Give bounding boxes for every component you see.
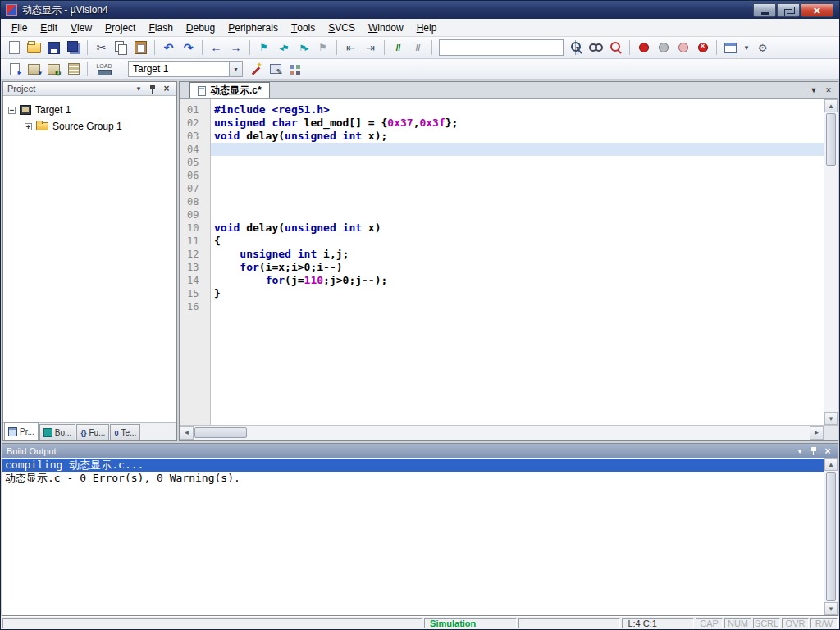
manage-components-icon[interactable]: [285, 60, 304, 78]
redo-icon[interactable]: [179, 39, 198, 57]
code-line[interactable]: #include <reg51.h>: [211, 103, 824, 116]
panel-close-icon[interactable]: [161, 84, 172, 94]
undo-icon[interactable]: [159, 39, 178, 57]
tab-list-dropdown-icon[interactable]: ▼: [808, 84, 819, 96]
previous-bookmark-icon[interactable]: [274, 39, 293, 57]
scroll-right-icon[interactable]: ►: [810, 426, 824, 440]
pin-icon[interactable]: [147, 84, 158, 94]
tree-item-source-group[interactable]: Source Group 1: [3, 118, 176, 135]
indent-icon[interactable]: [361, 39, 380, 57]
clear-bookmarks-icon[interactable]: [313, 39, 332, 57]
navigate-back-icon[interactable]: [207, 39, 226, 57]
menu-window[interactable]: Window: [362, 19, 410, 36]
options-for-target-icon[interactable]: [246, 60, 265, 78]
translate-file-icon[interactable]: [5, 60, 24, 78]
code-line[interactable]: for(i=x;i>0;i--): [211, 261, 824, 274]
code-line[interactable]: void delay(unsigned int x): [211, 221, 824, 235]
scrollbar-track[interactable]: [824, 167, 838, 412]
code-line[interactable]: void delay(unsigned int x);: [211, 130, 824, 143]
collapse-expander-icon[interactable]: [8, 107, 16, 114]
toggle-bookmark-icon[interactable]: [254, 39, 273, 57]
code-line[interactable]: [211, 182, 824, 195]
pin-icon[interactable]: [808, 445, 819, 456]
open-file-icon[interactable]: [25, 39, 43, 57]
enable-disable-breakpoint-icon[interactable]: [654, 39, 673, 57]
find-in-files-icon[interactable]: [567, 39, 586, 57]
find-icon[interactable]: [606, 39, 625, 57]
tab-templates[interactable]: Te...: [110, 424, 140, 440]
save-icon[interactable]: [44, 39, 63, 57]
comment-icon[interactable]: [389, 39, 408, 57]
window-layout-dropdown-icon[interactable]: [741, 39, 752, 57]
window-layout-icon[interactable]: [721, 39, 740, 57]
code-line[interactable]: unsigned char led_mod[] = {0x37,0x3f};: [211, 116, 824, 130]
code-line[interactable]: {: [211, 235, 824, 248]
expand-expander-icon[interactable]: [25, 123, 32, 130]
tree-item-target[interactable]: Target 1: [3, 102, 176, 118]
menu-file[interactable]: File: [5, 19, 34, 36]
next-bookmark-icon[interactable]: [294, 39, 313, 57]
outdent-icon[interactable]: [341, 39, 360, 57]
scroll-up-icon[interactable]: ▲: [824, 458, 838, 471]
build-output-line[interactable]: 动态显示.c - 0 Error(s), 0 Warning(s).: [2, 472, 824, 485]
save-all-icon[interactable]: [64, 39, 83, 57]
scrollbar-track[interactable]: [248, 426, 810, 440]
build-output-scrollbar[interactable]: ▲ ▼: [824, 458, 838, 615]
scrollbar-thumb[interactable]: [826, 472, 836, 601]
new-file-icon[interactable]: [5, 39, 24, 57]
search-input[interactable]: [440, 42, 575, 53]
build-output-line[interactable]: compiling 动态显示.c...: [2, 459, 824, 472]
uncomment-icon[interactable]: [409, 39, 427, 57]
tab-project[interactable]: Pr...: [4, 422, 39, 440]
menu-peripherals[interactable]: Peripherals: [221, 19, 285, 36]
menu-help[interactable]: Help: [410, 19, 444, 36]
scrollbar-thumb[interactable]: [194, 427, 247, 438]
navigate-forward-icon[interactable]: [226, 39, 245, 57]
menu-debug[interactable]: Debug: [180, 19, 221, 36]
editor-horizontal-scrollbar[interactable]: ◄ ►: [180, 425, 838, 440]
cut-icon[interactable]: [92, 39, 111, 57]
code-line[interactable]: [211, 156, 824, 169]
build-target-icon[interactable]: [25, 60, 43, 78]
editor-vertical-scrollbar[interactable]: ▲ ▼: [824, 99, 838, 425]
configuration-wrench-icon[interactable]: [753, 39, 772, 57]
code-line[interactable]: [211, 300, 824, 313]
minimize-button[interactable]: [753, 3, 776, 17]
scrollbar-thumb[interactable]: [826, 113, 836, 166]
menu-flash[interactable]: Flash: [142, 19, 179, 36]
scroll-up-icon[interactable]: ▲: [824, 99, 838, 112]
menu-tools[interactable]: Tools: [285, 19, 322, 36]
panel-close-icon[interactable]: [822, 445, 833, 456]
scroll-down-icon[interactable]: ▼: [824, 412, 838, 425]
code-line[interactable]: [211, 169, 824, 182]
scroll-down-icon[interactable]: ▼: [824, 602, 838, 615]
incremental-find-icon[interactable]: [587, 39, 605, 57]
tab-functions[interactable]: Fu...: [76, 424, 109, 440]
menu-edit[interactable]: Edit: [34, 19, 64, 36]
code-lines[interactable]: #include <reg51.h>unsigned char led_mod[…: [211, 103, 824, 313]
batch-build-icon[interactable]: [64, 60, 83, 78]
code-line[interactable]: unsigned int i,j;: [211, 248, 824, 261]
scroll-left-icon[interactable]: ◄: [180, 426, 194, 440]
code-editor[interactable]: 01020304050607080910111213141516 #includ…: [180, 99, 838, 425]
target-select[interactable]: Target 1 ▾: [128, 61, 243, 77]
code-line[interactable]: [211, 208, 824, 221]
close-document-icon[interactable]: ✕: [823, 84, 834, 96]
menu-project[interactable]: Project: [98, 19, 142, 36]
code-line[interactable]: for(j=110;j>0;j--);: [211, 274, 824, 287]
rebuild-all-icon[interactable]: [44, 60, 63, 78]
kill-all-breakpoints-icon[interactable]: [693, 39, 712, 57]
panel-menu-icon[interactable]: [794, 445, 806, 456]
download-code-icon[interactable]: LOAD: [92, 60, 116, 78]
search-combobox[interactable]: ▾: [439, 39, 564, 56]
code-line[interactable]: }: [211, 287, 824, 300]
copy-icon[interactable]: [112, 39, 130, 57]
tab-books[interactable]: Bo...: [39, 424, 76, 440]
restore-button[interactable]: [777, 3, 800, 17]
paste-icon[interactable]: [131, 39, 150, 57]
close-button[interactable]: [801, 3, 833, 17]
disable-all-breakpoints-icon[interactable]: [673, 39, 692, 57]
menu-svcs[interactable]: SVCS: [322, 19, 362, 36]
menu-view[interactable]: View: [64, 19, 98, 36]
insert-breakpoint-icon[interactable]: [634, 39, 653, 57]
